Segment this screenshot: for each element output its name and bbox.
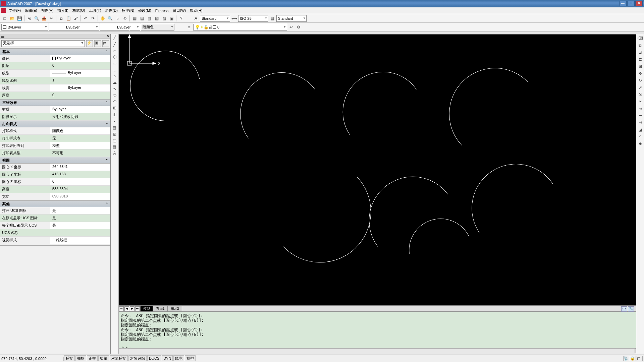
zoom-win-button[interactable]: ⌕ bbox=[114, 15, 121, 22]
help-button[interactable]: ? bbox=[178, 15, 184, 22]
property-row[interactable]: 线型比例1 bbox=[0, 77, 110, 84]
property-value[interactable]: 0 bbox=[50, 92, 110, 99]
property-row[interactable]: UCS 名称 bbox=[0, 229, 110, 237]
comm-center-icon[interactable]: 📡 bbox=[623, 356, 629, 361]
command-line[interactable]: 命令: ARC 指定圆弧的起点或 [圆心(C)]: 指定圆弧的第二个点或 [圆心… bbox=[119, 311, 644, 348]
explode-tool[interactable]: ✹ bbox=[637, 140, 644, 147]
section-header[interactable]: 其他 bbox=[0, 200, 110, 207]
property-row[interactable]: 材质ByLayer bbox=[0, 106, 110, 113]
mtext-tool[interactable]: A bbox=[111, 150, 118, 156]
property-row[interactable]: 圆心 Z 坐标0 bbox=[0, 178, 110, 186]
palette-close-icon[interactable]: ✕ bbox=[107, 34, 110, 39]
offset-tool[interactable]: ⊏ bbox=[637, 56, 644, 63]
menu-draw[interactable]: 绘图(D) bbox=[103, 7, 120, 14]
props-button[interactable]: ▦ bbox=[131, 15, 138, 22]
dim-style-combo[interactable]: ISO-25 bbox=[238, 15, 268, 22]
pan-button[interactable]: ✋ bbox=[99, 15, 106, 22]
polygon-tool[interactable]: ⬡ bbox=[111, 54, 118, 60]
mirror-tool[interactable]: ⊿ bbox=[637, 49, 644, 56]
spline-tool[interactable]: ∿ bbox=[111, 86, 118, 92]
match-button[interactable]: 🖌 bbox=[72, 15, 79, 22]
copy-tool[interactable]: ⧉ bbox=[637, 42, 644, 49]
menu-help[interactable]: 帮助(H) bbox=[188, 7, 204, 14]
zoom-prev-button[interactable]: ⟲ bbox=[121, 15, 128, 22]
text-style-combo[interactable]: Standard bbox=[200, 15, 230, 22]
property-row[interactable]: 圆心 Y 坐标416.163 bbox=[0, 171, 110, 178]
palette-header[interactable]: ▬ ✕ bbox=[0, 34, 110, 39]
drawing-canvas[interactable]: X Y bbox=[119, 34, 644, 305]
property-value[interactable]: ByLayer bbox=[50, 55, 110, 62]
revcloud-tool[interactable]: ☁ bbox=[111, 79, 118, 85]
property-value[interactable] bbox=[50, 229, 110, 236]
property-row[interactable]: 宽度690.9018 bbox=[0, 193, 110, 200]
fillet-tool[interactable]: ◜ bbox=[637, 133, 644, 140]
property-value[interactable]: 是 bbox=[50, 215, 110, 222]
property-row[interactable]: 视觉样式二维线框 bbox=[0, 237, 110, 244]
rotate-tool[interactable]: ↻ bbox=[637, 77, 644, 84]
property-row[interactable]: 打印表类型不可用 bbox=[0, 149, 110, 157]
selection-combo[interactable]: 无选择 bbox=[1, 40, 85, 47]
join-tool[interactable]: ⊣ bbox=[637, 119, 644, 126]
menu-dimension[interactable]: 标注(N) bbox=[120, 7, 136, 14]
scale-tool[interactable]: ⤢ bbox=[637, 84, 644, 91]
tab-model[interactable]: 模型 bbox=[140, 306, 153, 312]
close-button[interactable]: ✕ bbox=[635, 1, 643, 6]
move-tool[interactable]: ✥ bbox=[637, 70, 644, 77]
section-header[interactable]: 视图 bbox=[0, 157, 110, 164]
command-text[interactable]: 命令: ARC 指定圆弧的起点或 [圆心(C)]: 指定圆弧的第二个点或 [圆心… bbox=[119, 312, 639, 348]
region-tool[interactable]: ▢ bbox=[111, 137, 118, 143]
section-header[interactable]: 三维效果 bbox=[0, 99, 110, 106]
section-header[interactable]: 打印样式 bbox=[0, 121, 110, 127]
cut-button[interactable]: ✂ bbox=[48, 15, 55, 22]
tab-layout1[interactable]: 布局1 bbox=[153, 306, 168, 312]
point-tool[interactable]: · bbox=[111, 118, 118, 124]
property-row[interactable]: 阴影显示投射和接收阴影 bbox=[0, 113, 110, 121]
property-value[interactable]: 是 bbox=[50, 222, 110, 229]
property-row[interactable]: 线宽ByLayer bbox=[0, 84, 110, 92]
lock-ui-icon[interactable]: 🔒 bbox=[630, 356, 636, 361]
dc-button[interactable]: ▤ bbox=[139, 15, 145, 22]
preview-button[interactable]: 🔍 bbox=[33, 15, 40, 22]
menu-file[interactable]: 文件(F) bbox=[7, 7, 23, 14]
color-combo[interactable]: ByLayer bbox=[1, 24, 48, 31]
maximize-button[interactable]: ☐ bbox=[627, 1, 635, 6]
ime-indicator[interactable]: 中 🔧 bbox=[621, 306, 634, 312]
toggle-pickadd-button[interactable]: ⇄ bbox=[102, 40, 109, 47]
property-row[interactable]: 在原点显示 UCS 图标是 bbox=[0, 215, 110, 222]
table-style-button[interactable]: ▦ bbox=[269, 15, 276, 22]
pline-tool[interactable]: ⌐ bbox=[111, 48, 118, 54]
quick-select-button[interactable]: ⚡ bbox=[86, 40, 93, 47]
property-value[interactable]: ByLayer bbox=[50, 106, 110, 113]
status-toggle-对象捕捉[interactable]: 对象捕捉 bbox=[110, 355, 128, 361]
property-row[interactable]: 线型ByLayer bbox=[0, 70, 110, 77]
tab-prev-button[interactable]: ◀ bbox=[124, 306, 129, 311]
copy-button[interactable]: ⧉ bbox=[58, 15, 64, 22]
trim-tool[interactable]: ✂ bbox=[637, 98, 644, 105]
line-tool[interactable]: ╱ bbox=[111, 35, 118, 41]
undo-button[interactable]: ↶ bbox=[82, 15, 89, 22]
status-toggle-线宽[interactable]: 线宽 bbox=[173, 355, 184, 361]
menu-modify[interactable]: 修改(M) bbox=[136, 7, 153, 14]
break-tool[interactable]: ⊢ bbox=[637, 112, 644, 119]
open-button[interactable]: 📂 bbox=[9, 15, 15, 22]
select-objects-button[interactable]: ▣ bbox=[94, 40, 101, 47]
property-value[interactable]: 264.6341 bbox=[50, 164, 110, 171]
status-toggle-正交[interactable]: 正交 bbox=[87, 355, 98, 361]
calc-button[interactable]: ▣ bbox=[168, 15, 175, 22]
table-tool[interactable]: ▦ bbox=[111, 144, 118, 150]
property-row[interactable]: 打印样式表无 bbox=[0, 135, 110, 142]
dim-style-button[interactable]: ⟷ bbox=[231, 15, 237, 22]
insert-tool[interactable]: ⊞ bbox=[111, 105, 118, 111]
status-toggle-捕捉[interactable]: 捕捉 bbox=[64, 355, 75, 361]
circle-tool[interactable]: ○ bbox=[111, 73, 118, 79]
property-value[interactable]: ByLayer bbox=[50, 84, 110, 92]
redo-button[interactable]: ↷ bbox=[90, 15, 96, 22]
tab-last-button[interactable]: ⏭ bbox=[135, 306, 140, 311]
menu-express[interactable]: Express bbox=[153, 8, 171, 13]
property-value[interactable]: 416.163 bbox=[50, 171, 110, 178]
minimize-button[interactable]: — bbox=[619, 1, 627, 6]
property-value[interactable]: 随颜色 bbox=[50, 127, 110, 134]
clean-screen-icon[interactable]: ▢ bbox=[637, 356, 643, 361]
coordinate-display[interactable]: 979.7814, 50.4203 , 0.0000 bbox=[0, 357, 64, 361]
ssm-button[interactable]: ▧ bbox=[153, 15, 160, 22]
